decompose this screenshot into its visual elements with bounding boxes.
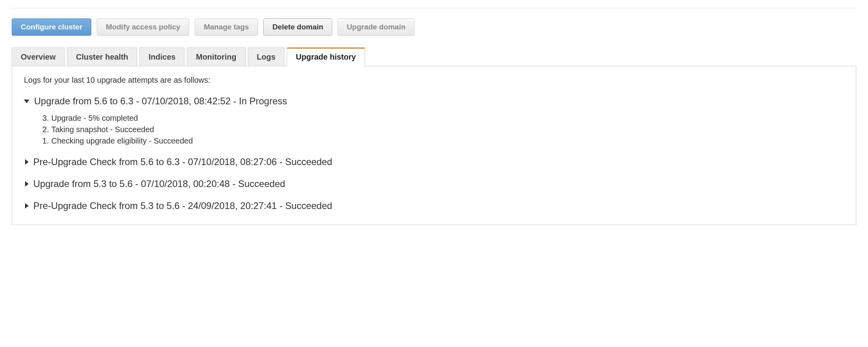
- log-step: 1. Checking upgrade eligibility - Succee…: [39, 136, 844, 145]
- log-step: 3. Upgrade - 5% completed: [39, 114, 844, 123]
- tab-indices[interactable]: Indices: [139, 47, 184, 66]
- log-header-toggle[interactable]: Upgrade from 5.3 to 5.6 - 07/10/2018, 00…: [24, 178, 844, 189]
- tab-cluster-health[interactable]: Cluster health: [67, 47, 137, 66]
- tab-overview[interactable]: Overview: [12, 47, 65, 66]
- log-item: Upgrade from 5.6 to 6.3 - 07/10/2018, 08…: [24, 96, 844, 145]
- log-header-toggle[interactable]: Upgrade from 5.6 to 6.3 - 07/10/2018, 08…: [24, 96, 844, 107]
- modify-access-policy-button[interactable]: Modify access policy: [97, 18, 189, 36]
- log-header-toggle[interactable]: Pre-Upgrade Check from 5.6 to 6.3 - 07/1…: [24, 156, 844, 167]
- log-title: Upgrade from 5.3 to 5.6 - 07/10/2018, 00…: [33, 178, 285, 189]
- log-title: Pre-Upgrade Check from 5.6 to 6.3 - 07/1…: [33, 156, 332, 167]
- tab-logs[interactable]: Logs: [248, 47, 285, 66]
- intro-text: Logs for your last 10 upgrade attempts a…: [24, 76, 844, 85]
- step-text: Checking upgrade eligibility - Succeeded: [51, 136, 193, 145]
- caret-right-icon: [25, 181, 29, 187]
- caret-right-icon: [25, 159, 29, 165]
- caret-down-icon: [24, 100, 29, 103]
- delete-domain-button[interactable]: Delete domain: [263, 18, 332, 36]
- tab-upgrade-history[interactable]: Upgrade history: [287, 47, 365, 67]
- action-button-bar: Configure cluster Modify access policy M…: [12, 15, 856, 36]
- tab-content-upgrade-history: Logs for your last 10 upgrade attempts a…: [12, 66, 856, 225]
- caret-right-icon: [25, 203, 29, 209]
- step-number: 2.: [39, 125, 49, 134]
- step-number: 3.: [39, 114, 49, 123]
- log-header-toggle[interactable]: Pre-Upgrade Check from 5.3 to 5.6 - 24/0…: [24, 200, 844, 211]
- log-item: Upgrade from 5.3 to 5.6 - 07/10/2018, 00…: [24, 178, 844, 189]
- log-steps: 3. Upgrade - 5% completed 2. Taking snap…: [39, 114, 844, 145]
- log-title: Pre-Upgrade Check from 5.3 to 5.6 - 24/0…: [33, 200, 332, 211]
- log-step: 2. Taking snapshot - Succeeded: [39, 125, 844, 134]
- log-item: Pre-Upgrade Check from 5.6 to 6.3 - 07/1…: [24, 156, 844, 167]
- step-text: Upgrade - 5% completed: [51, 114, 138, 123]
- log-item: Pre-Upgrade Check from 5.3 to 5.6 - 24/0…: [24, 200, 844, 211]
- step-number: 1.: [39, 136, 49, 145]
- manage-tags-button[interactable]: Manage tags: [195, 18, 258, 36]
- tab-bar: Overview Cluster health Indices Monitori…: [12, 47, 856, 66]
- upgrade-domain-button[interactable]: Upgrade domain: [338, 18, 414, 36]
- top-divider: [12, 8, 856, 8]
- step-text: Taking snapshot - Succeeded: [51, 125, 154, 134]
- configure-cluster-button[interactable]: Configure cluster: [12, 18, 91, 36]
- tab-monitoring[interactable]: Monitoring: [187, 47, 245, 66]
- log-title: Upgrade from 5.6 to 6.3 - 07/10/2018, 08…: [34, 96, 287, 107]
